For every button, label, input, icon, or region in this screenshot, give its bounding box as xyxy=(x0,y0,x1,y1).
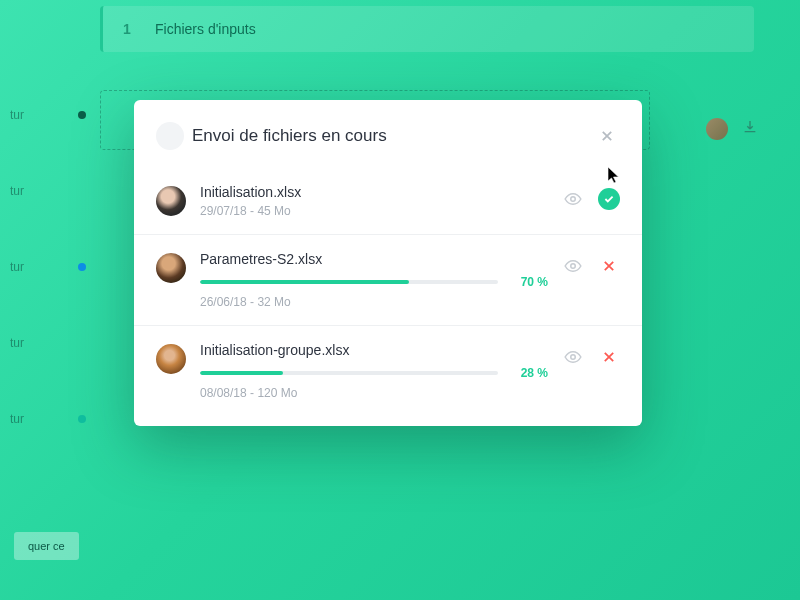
eye-icon xyxy=(564,348,582,366)
close-icon xyxy=(600,129,614,143)
cancel-upload-button[interactable] xyxy=(598,255,620,277)
uploader-avatar xyxy=(156,186,186,216)
eye-icon xyxy=(564,257,582,275)
progress-percent: 28 % xyxy=(510,366,548,380)
sidebar-rows: tur tur tur tur tur xyxy=(10,108,90,426)
step-number: 1 xyxy=(123,21,133,37)
action-chip[interactable]: quer ce xyxy=(14,532,79,560)
progress-percent: 70 % xyxy=(510,275,548,289)
upload-success-badge xyxy=(598,188,620,210)
svg-point-2 xyxy=(571,355,576,360)
step-header: 1 Fichiers d'inputs xyxy=(100,6,754,52)
progress-fill xyxy=(200,371,283,375)
file-name: Parametres-S2.xlsx xyxy=(200,251,548,267)
file-row: Parametres-S2.xlsx 70 % 26/06/18 - 32 Mo xyxy=(134,234,642,325)
modal-title: Envoi de fichiers en cours xyxy=(192,126,588,146)
sidebar-row: tur xyxy=(10,412,90,426)
file-meta: 08/08/18 - 120 Mo xyxy=(200,386,548,400)
uploader-avatar xyxy=(156,344,186,374)
sidebar-row: tur xyxy=(10,260,90,274)
preview-button[interactable] xyxy=(562,255,584,277)
file-name: Initialisation.xlsx xyxy=(200,184,548,200)
check-icon xyxy=(603,193,615,205)
status-dot-icon xyxy=(78,263,86,271)
cancel-icon xyxy=(602,259,616,273)
sidebar-row: tur xyxy=(10,108,90,122)
progress-fill xyxy=(200,280,409,284)
preview-button[interactable] xyxy=(562,188,584,210)
uploader-avatar xyxy=(156,253,186,283)
user-avatar[interactable] xyxy=(706,118,728,140)
cancel-upload-button[interactable] xyxy=(598,346,620,368)
preview-button[interactable] xyxy=(562,346,584,368)
modal-title-decoration xyxy=(156,122,184,150)
upload-modal: Envoi de fichiers en cours Initialisatio… xyxy=(134,100,642,426)
sidebar-row: tur xyxy=(10,336,90,350)
file-row: Initialisation.xlsx 29/07/18 - 45 Mo xyxy=(134,168,642,234)
cursor-icon xyxy=(607,166,621,184)
svg-point-1 xyxy=(571,264,576,269)
progress-bar xyxy=(200,280,498,284)
progress-bar xyxy=(200,371,498,375)
download-icon[interactable] xyxy=(742,119,758,139)
header-actions xyxy=(706,118,758,140)
file-meta: 29/07/18 - 45 Mo xyxy=(200,204,548,218)
file-name: Initialisation-groupe.xlsx xyxy=(200,342,548,358)
svg-point-0 xyxy=(571,197,576,202)
status-dot-icon xyxy=(78,415,86,423)
status-dot-icon xyxy=(78,111,86,119)
file-list: Initialisation.xlsx 29/07/18 - 45 Mo Par… xyxy=(134,168,642,416)
sidebar-row: tur xyxy=(10,184,90,198)
close-button[interactable] xyxy=(594,123,620,149)
eye-icon xyxy=(564,190,582,208)
file-meta: 26/06/18 - 32 Mo xyxy=(200,295,548,309)
file-row: Initialisation-groupe.xlsx 28 % 08/08/18… xyxy=(134,325,642,416)
step-label: Fichiers d'inputs xyxy=(155,21,256,37)
cancel-icon xyxy=(602,350,616,364)
